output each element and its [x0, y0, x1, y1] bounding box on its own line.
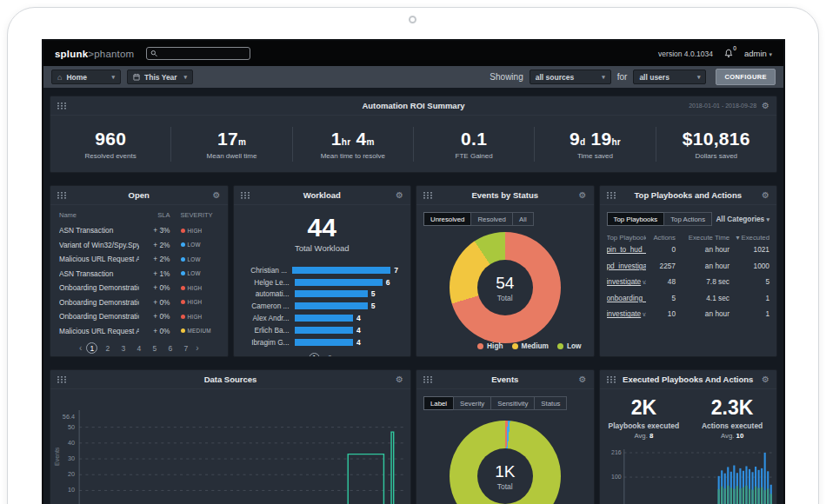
notification-bell-icon[interactable]: 0 — [724, 49, 733, 58]
playbook-link[interactable]: pd_investigate — [607, 262, 647, 270]
donut-center: 54 Total — [477, 260, 533, 315]
page-next[interactable]: › — [196, 343, 198, 353]
open-event-row[interactable]: ASN Transaction+ 1%LOW — [50, 267, 228, 282]
playbook-link[interactable]: investigate — [607, 277, 642, 286]
chevron-down-icon: ▾ — [769, 51, 772, 57]
svg-text:20: 20 — [68, 471, 75, 478]
page-4[interactable]: 4 — [133, 344, 144, 353]
tab-status[interactable]: Status — [534, 396, 567, 410]
page-prev[interactable]: ‹ — [79, 343, 82, 353]
chevron-down-icon: ▾ — [111, 74, 115, 81]
open-pagination: ‹1234567› — [50, 342, 228, 354]
drag-handle-icon[interactable] — [241, 192, 250, 199]
tab-severity[interactable]: Severity — [453, 396, 491, 410]
playbook-link[interactable]: onboarding_demor — [607, 294, 647, 302]
workload-bar-row: automati...5 — [241, 288, 399, 301]
date-range-label: 2018-01-01 - 2018-09-28 — [689, 103, 756, 109]
workload-bar-row: Alex Andr...4 — [241, 312, 399, 324]
legend-item-medium: Medium — [512, 342, 549, 350]
page-6[interactable]: 6 — [164, 344, 176, 353]
time-range-dropdown[interactable]: This Year ▾ — [127, 70, 193, 84]
playbook-row: investigatev2487.8 sec5 — [600, 274, 777, 290]
gear-icon[interactable]: ⚙ — [579, 375, 587, 384]
playbook-link[interactable]: pin_to_hud_sample — [607, 245, 647, 254]
open-event-row[interactable]: Onboarding Demonstration Event+ 0%HIGH — [50, 295, 228, 310]
drag-handle-icon[interactable] — [423, 192, 433, 199]
gear-icon[interactable]: ⚙ — [396, 375, 403, 384]
workload-bar[interactable] — [295, 339, 353, 346]
tab-resolved[interactable]: Resolved — [470, 212, 513, 226]
page-next[interactable]: › — [340, 354, 343, 357]
severity-dot — [181, 242, 185, 247]
workload-bar[interactable] — [292, 267, 390, 274]
gear-icon[interactable]: ⚙ — [762, 375, 769, 384]
tab-unresolved[interactable]: Unresolved — [423, 212, 471, 226]
gear-icon[interactable]: ⚙ — [762, 102, 769, 110]
tab-all[interactable]: All — [512, 212, 534, 226]
open-event-row[interactable]: Onboarding Demonstration Event+ 0%HIGH — [50, 281, 228, 295]
page-1[interactable]: 1 — [309, 353, 320, 357]
donut-center: 1K Total — [477, 448, 533, 504]
home-dropdown[interactable]: ⌂ Home ▾ — [51, 70, 121, 84]
gear-icon[interactable]: ⚙ — [213, 191, 221, 200]
open-event-row[interactable]: Onboarding Demonstration Event+ 0%HIGH — [50, 309, 228, 324]
drag-handle-icon[interactable] — [423, 376, 433, 383]
drag-handle-icon[interactable] — [57, 376, 67, 383]
open-event-row[interactable]: Malicious URL Request Attempt+ 0%MEDIUM — [50, 324, 228, 339]
page-prev[interactable]: ‹ — [301, 354, 303, 357]
top-nav: splunk>phantom version 4.0.1034 0 admin … — [43, 41, 783, 66]
panel-title: Automation ROI Summary — [50, 101, 776, 110]
user-menu[interactable]: admin ▾ — [744, 49, 772, 58]
workload-bar[interactable] — [295, 279, 383, 286]
workload-bar[interactable] — [295, 327, 353, 334]
gear-icon[interactable]: ⚙ — [762, 191, 769, 200]
search-input[interactable] — [158, 50, 247, 57]
workload-bar[interactable] — [295, 302, 368, 309]
drag-handle-icon[interactable] — [607, 192, 616, 199]
playbook-row: pd_investigatev12257an hour1000 — [600, 258, 777, 275]
page-3[interactable]: 3 — [117, 344, 129, 353]
drag-handle-icon[interactable] — [607, 376, 616, 383]
tab-sensitivity[interactable]: Sensitivity — [490, 396, 535, 410]
search-box[interactable] — [146, 47, 250, 60]
open-event-row[interactable]: Variant of Win32/Spy.SpyEye.AN+ 2%LOW — [50, 238, 228, 253]
page-5[interactable]: 5 — [149, 344, 160, 353]
events-by-status-donut[interactable]: 54 Total — [450, 232, 561, 343]
events-donut[interactable]: 1K Total — [450, 421, 561, 504]
notification-count: 0 — [733, 45, 736, 51]
category-filter[interactable]: All Categories ▾ — [716, 215, 769, 223]
open-event-row[interactable]: Malicious URL Request Attempt+ 2%LOW — [50, 252, 228, 267]
chevron-down-icon: ▾ — [697, 74, 701, 81]
drag-handle-icon[interactable] — [57, 192, 67, 199]
open-event-row[interactable]: ASN Transaction+ 3%HIGH — [50, 223, 228, 238]
page-1[interactable]: 1 — [86, 342, 97, 354]
events-tabs: LabelSeveritySensitivityStatus — [416, 389, 594, 410]
version-label: version 4.0.1034 — [658, 50, 713, 58]
open-table-rows: ASN Transaction+ 3%HIGHVariant of Win32/… — [50, 223, 228, 338]
page-2[interactable]: 2 — [324, 354, 336, 357]
page-7[interactable]: 7 — [180, 344, 191, 353]
users-select[interactable]: all users▾ — [633, 70, 706, 84]
panel-workload: Workload ⚙ 44 Total Workload Christian .… — [233, 185, 412, 357]
data-sources-line-chart: 56.45040302010Events — [50, 389, 410, 504]
workload-bar[interactable] — [295, 290, 368, 297]
workload-bar-row: Cameron ...5 — [241, 300, 399, 312]
panel-title: Top Playbooks and Actions — [600, 190, 777, 200]
tab-top-actions[interactable]: Top Actions — [663, 212, 712, 226]
panel-title: Workload — [234, 190, 411, 200]
page-2[interactable]: 2 — [102, 344, 113, 353]
svg-text:216: 216 — [611, 449, 622, 455]
workload-bar[interactable] — [295, 315, 353, 322]
severity-dot — [181, 300, 185, 304]
gear-icon[interactable]: ⚙ — [396, 191, 403, 200]
playbook-link[interactable]: investigate — [607, 309, 642, 318]
drag-handle-icon[interactable] — [57, 103, 67, 109]
top-playbooks-tabs: Top PlaybooksTop Actions — [607, 212, 716, 226]
tab-label[interactable]: Label — [423, 396, 454, 410]
events-by-status-tabs: UnresolvedResolvedAll — [416, 205, 594, 226]
tab-top-playbooks[interactable]: Top Playbooks — [607, 212, 665, 226]
gear-icon[interactable]: ⚙ — [579, 191, 587, 200]
configure-button[interactable]: CONFIGURE — [716, 69, 776, 85]
svg-text:Events: Events — [54, 447, 61, 466]
sources-select[interactable]: all sources▾ — [530, 70, 611, 84]
